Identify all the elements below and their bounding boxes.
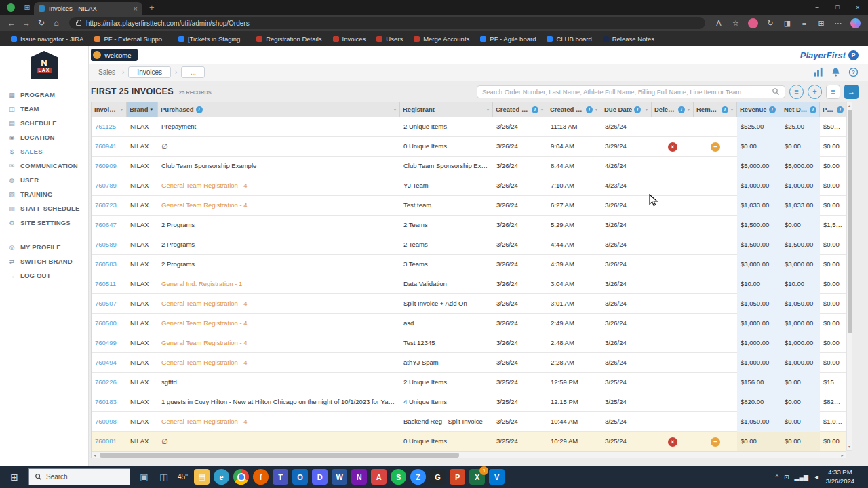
collections-icon[interactable]: ⊞ xyxy=(813,19,829,28)
purchased-link[interactable]: General Team Registration - 4 xyxy=(161,418,248,425)
add-invoice-button[interactable]: + xyxy=(808,85,822,99)
sidebar-item-log-out[interactable]: →LOG OUT xyxy=(0,268,88,283)
tab-actions-icon[interactable]: ⊞ xyxy=(20,3,34,12)
sidebar-item-schedule[interactable]: ▤SCHEDULE xyxy=(0,116,88,130)
filter-icon[interactable]: ▼ xyxy=(391,108,397,112)
purchased-link[interactable]: General Ind. Registration - 1 xyxy=(161,280,242,287)
invoice-row[interactable]: 760941NILAX∅0 Unique Items3/26/249:04 AM… xyxy=(92,137,846,157)
discord-icon[interactable]: D xyxy=(312,469,328,485)
tab-close-icon[interactable]: × xyxy=(134,5,138,13)
invoice-number-link[interactable]: 760789 xyxy=(95,182,117,189)
spotify-icon[interactable]: S xyxy=(391,469,406,485)
list-view-button[interactable]: ≡ xyxy=(826,85,840,99)
invoice-number-link[interactable]: 761125 xyxy=(95,123,116,130)
split-screen-icon[interactable]: ◨ xyxy=(779,19,795,28)
forward-icon[interactable]: → xyxy=(19,18,34,28)
home-icon[interactable]: ⌂ xyxy=(49,18,64,28)
search-input[interactable] xyxy=(482,88,772,96)
sidebar-item-user[interactable]: ◍USER xyxy=(0,173,88,187)
sidebar-item-location[interactable]: ◉LOCATION xyxy=(0,130,88,144)
invoice-number-link[interactable]: 760098 xyxy=(95,418,117,425)
chrome-icon[interactable] xyxy=(233,469,249,485)
favorite-star-icon[interactable]: ☆ xyxy=(728,19,744,28)
bookmark-item[interactable]: Merge Accounts xyxy=(408,31,475,46)
close-button[interactable]: × xyxy=(848,0,868,15)
bookmark-item[interactable]: Issue navigator - JIRA xyxy=(5,31,89,46)
bookmark-item[interactable]: Users xyxy=(371,31,408,46)
show-desktop-button[interactable] xyxy=(861,466,864,488)
column-header-revenue[interactable]: Revenuei xyxy=(737,102,781,117)
invoice-row[interactable]: 760789NILAXGeneral Team Registration - 4… xyxy=(92,176,846,196)
sidebar-item-my-profile[interactable]: ◎MY PROFILE xyxy=(0,240,88,254)
settings-menu-icon[interactable]: ⋯ xyxy=(830,19,846,28)
excel-icon[interactable]: X1 xyxy=(469,469,485,485)
filter-icon[interactable]: ▼ xyxy=(118,108,123,112)
invoice-number-link[interactable]: 760081 xyxy=(95,437,117,445)
info-icon[interactable]: i xyxy=(532,106,538,113)
zoom-text-icon[interactable]: A xyxy=(711,19,727,27)
taskbar-clock[interactable]: 4:33 PM 3/26/2024 xyxy=(826,468,854,485)
column-header-removed[interactable]: Removedi▼ xyxy=(694,102,737,117)
info-icon[interactable]: i xyxy=(634,106,641,113)
filter-icon[interactable]: ▼ xyxy=(484,108,490,112)
invoice-number-link[interactable]: 760183 xyxy=(95,398,117,405)
breadcrumb-sales[interactable]: Sales xyxy=(96,68,118,76)
vertical-scrollbar[interactable]: ▴ ▾ xyxy=(846,102,852,451)
filter-icon[interactable]: ▼ xyxy=(728,108,734,112)
purchased-link[interactable]: General Team Registration - 4 xyxy=(161,359,248,366)
invoice-number-link[interactable]: 760647 xyxy=(95,221,117,228)
purchased-link[interactable]: General Team Registration - 4 xyxy=(161,300,248,307)
invoice-number-link[interactable]: 760511 xyxy=(95,280,116,287)
export-button[interactable]: → xyxy=(844,85,859,99)
file-explorer-icon[interactable]: ▤ xyxy=(194,469,210,485)
new-tab-button[interactable]: + xyxy=(149,3,155,13)
minimize-button[interactable]: – xyxy=(807,0,827,15)
welcome-button[interactable]: Welcome xyxy=(91,49,138,61)
sidebar-item-site-settings[interactable]: ⚙SITE SETTINGS xyxy=(0,216,88,230)
invoice-number-link[interactable]: 760507 xyxy=(95,300,117,307)
url-field[interactable]: https://nilax.playerfirsttech.com/util/a… xyxy=(69,17,705,29)
sidebar-item-sales[interactable]: $SALES xyxy=(0,144,88,159)
bookmark-item[interactable]: Invoices xyxy=(328,31,372,46)
breadcrumb-invoices[interactable]: Invoices xyxy=(128,66,171,78)
column-header-invoice[interactable]: Invoice #▼ xyxy=(92,102,127,117)
people-icon[interactable]: ◫ xyxy=(156,469,172,485)
invoice-row[interactable]: 760723NILAXGeneral Team Registration - 4… xyxy=(92,196,846,216)
purchased-link[interactable]: General Team Registration - 4 xyxy=(161,339,248,346)
invoice-number-link[interactable]: 760909 xyxy=(95,162,117,169)
invoice-number-link[interactable]: 760941 xyxy=(95,142,117,150)
back-icon[interactable]: ← xyxy=(4,18,19,28)
column-header-paid[interactable]: Paid - Toi xyxy=(820,102,846,117)
column-header-net_due[interactable]: Net Duei xyxy=(781,102,820,117)
github-icon[interactable]: G xyxy=(430,469,446,485)
stats-chart-icon[interactable] xyxy=(813,67,823,77)
zoom-icon[interactable]: Z xyxy=(410,469,426,485)
firefox-icon[interactable]: f xyxy=(253,469,269,485)
column-header-created_date[interactable]: Created Datei▼ xyxy=(493,102,547,117)
vertical-scroll-thumb[interactable] xyxy=(848,110,852,333)
column-header-deleted[interactable]: Deletedi▼ xyxy=(652,102,694,117)
info-icon[interactable]: i xyxy=(810,106,816,113)
volume-icon[interactable]: ◄ xyxy=(814,474,820,481)
taskbar-search[interactable]: Search xyxy=(28,468,130,485)
horizontal-scrollbar[interactable]: ◂ ▸ xyxy=(92,451,846,458)
invoice-number-link[interactable]: 760589 xyxy=(95,241,117,248)
start-button[interactable]: ⊞ xyxy=(0,466,28,488)
invoice-row[interactable]: 760098NILAXGeneral Team Registration - 4… xyxy=(92,412,846,432)
invoice-row[interactable]: 760583NILAX2 Programs3 Teams3/26/244:39 … xyxy=(92,255,846,274)
bookmark-item[interactable]: [Tickets in Staging... xyxy=(173,31,251,46)
browser-profile-icon[interactable] xyxy=(7,3,15,12)
vertical-scroll-track[interactable] xyxy=(847,109,852,443)
sync-icon[interactable]: ↻ xyxy=(762,19,778,28)
bookmark-item[interactable]: Release Notes xyxy=(597,31,660,46)
invoice-number-link[interactable]: 760500 xyxy=(95,319,117,327)
outlook-icon[interactable]: O xyxy=(292,469,308,485)
horizontal-scroll-track[interactable] xyxy=(98,452,839,458)
edge-icon[interactable]: e xyxy=(214,469,229,485)
column-header-due_date[interactable]: Due Datei▼ xyxy=(601,102,652,117)
column-header-brand[interactable]: Brand▾ xyxy=(127,102,158,117)
word-icon[interactable]: W xyxy=(332,469,347,485)
notifications-bell-icon[interactable] xyxy=(831,67,841,77)
vscode-icon[interactable]: V xyxy=(489,469,505,485)
sidebar-item-communication[interactable]: ✉COMMUNICATION xyxy=(0,159,88,173)
